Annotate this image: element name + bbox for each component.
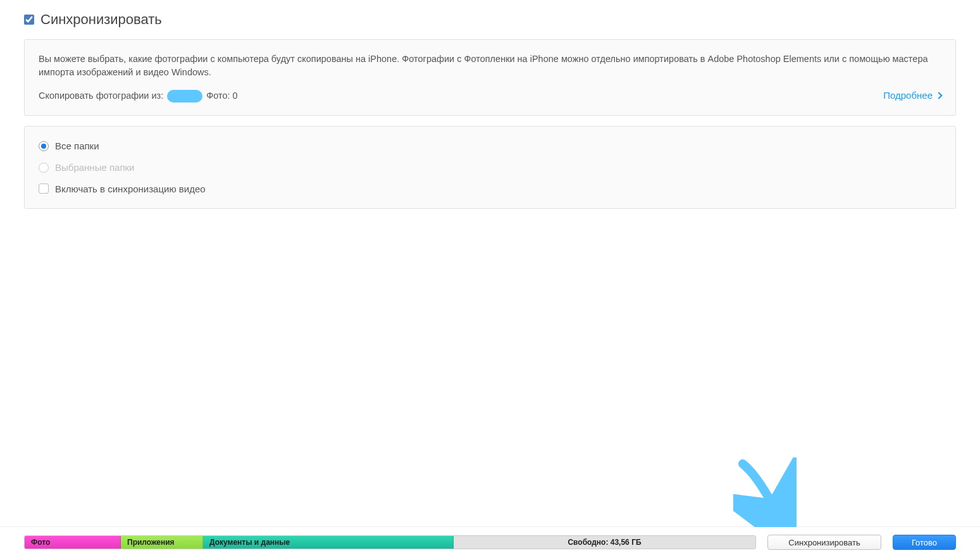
storage-segment-photo[interactable]: Фото (25, 536, 121, 549)
learn-more-link[interactable]: Подробнее (883, 89, 941, 103)
learn-more-label: Подробнее (883, 89, 933, 103)
footer: Фото Приложения Документы и данные Свобо… (0, 526, 980, 560)
chevron-right-icon (935, 92, 942, 99)
sync-checkbox[interactable] (24, 15, 34, 25)
info-description: Вы можете выбрать, какие фотографии с ко… (39, 53, 941, 79)
option-include-videos-row: Включать в синхронизацию видео (39, 182, 941, 196)
copy-from-label: Скопировать фотографии из: (39, 89, 163, 103)
option-all-folders-row: Все папки (39, 139, 941, 153)
storage-segment-docs[interactable]: Документы и данные (203, 536, 454, 549)
option-selected-folders-row: Выбранные папки (39, 161, 941, 175)
section-title: Синхронизировать (40, 11, 162, 28)
main-content: Синхронизировать Вы можете выбрать, каки… (0, 0, 980, 526)
title-row: Синхронизировать (24, 11, 956, 28)
checkbox-include-videos[interactable] (39, 184, 49, 194)
source-folder-redacted[interactable] (167, 90, 202, 103)
photo-count: Фото: 0 (206, 89, 237, 103)
storage-bar: Фото Приложения Документы и данные Свобо… (24, 535, 756, 549)
sync-button[interactable]: Синхронизировать (767, 535, 881, 550)
label-selected-folders: Выбранные папки (55, 161, 134, 175)
info-panel: Вы можете выбрать, какие фотографии с ко… (24, 39, 956, 116)
done-button[interactable]: Готово (893, 535, 956, 550)
radio-all-folders[interactable] (39, 141, 49, 151)
label-include-videos: Включать в синхронизацию видео (55, 182, 206, 196)
storage-segment-apps[interactable]: Приложения (121, 536, 203, 549)
storage-segment-free: Свободно: 43,56 ГБ (454, 536, 755, 549)
radio-selected-folders (39, 163, 49, 173)
options-panel: Все папки Выбранные папки Включать в син… (24, 126, 956, 209)
copy-from-row: Скопировать фотографии из: Фото: 0 (39, 89, 941, 103)
label-all-folders: Все папки (55, 139, 99, 153)
